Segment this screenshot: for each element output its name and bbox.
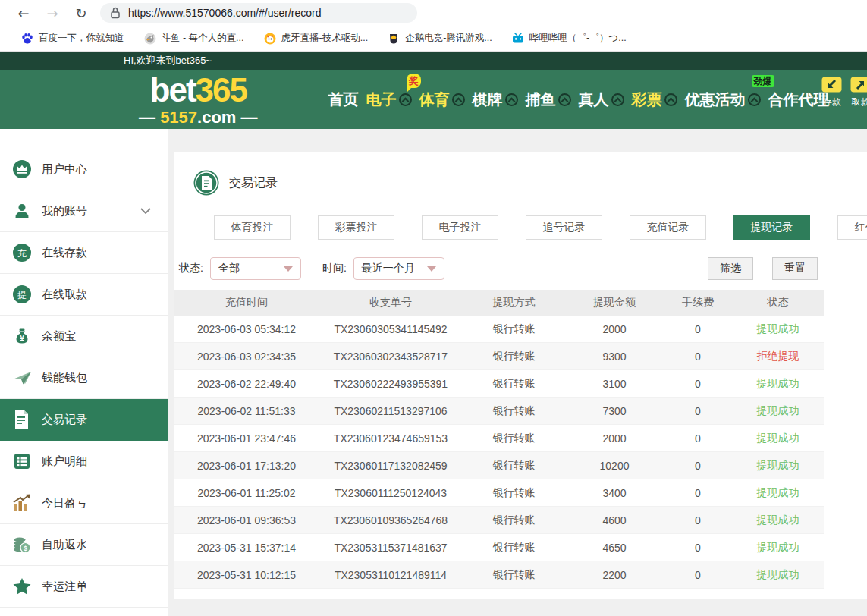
- sidebar-item[interactable]: 账户明细: [0, 441, 168, 482]
- status-text[interactable]: 提现成功: [732, 514, 824, 527]
- tab[interactable]: 追号记录: [526, 215, 602, 240]
- status-text[interactable]: 提现成功: [732, 541, 824, 555]
- column-header: 手续费: [664, 296, 732, 310]
- svg-text:充: 充: [17, 248, 27, 259]
- cell-amount: 2000: [565, 323, 664, 335]
- bookmark-label: 百度一下，你就知道: [39, 32, 124, 45]
- wallet-plane-icon: [11, 370, 32, 385]
- tab[interactable]: 提现记录: [733, 215, 810, 240]
- nav-item[interactable]: 合作代理: [768, 90, 829, 110]
- status-text[interactable]: 提现成功: [732, 322, 824, 336]
- nav-item[interactable]: 捕鱼: [526, 90, 571, 110]
- status-text[interactable]: 提现成功: [732, 377, 824, 391]
- nav-item-label: 彩票: [632, 90, 662, 110]
- svg-text:$: $: [23, 545, 27, 552]
- nav-item[interactable]: 真人: [579, 90, 624, 110]
- tab[interactable]: 充值记录: [630, 215, 706, 240]
- bookmark-label: 哔哩哔哩（゜-゜）つ...: [529, 32, 627, 45]
- bookmark-item[interactable]: 企鹅电竞-腾讯游戏...: [388, 32, 492, 45]
- tab[interactable]: 电子投注: [422, 215, 498, 240]
- withdraw-button[interactable]: 取款: [850, 76, 867, 108]
- tab[interactable]: 彩票投注: [318, 215, 394, 240]
- cell-order: TX23060222493955391: [319, 378, 463, 390]
- sidebar: 用户中心我的账号充在线存款提在线取款¥余额宝钱能钱包交易记录账户明细今日盈亏$自…: [0, 129, 168, 616]
- cell-method: 银行转账: [463, 459, 565, 473]
- status-text[interactable]: 提现成功: [732, 486, 824, 500]
- sidebar-item[interactable]: 我的账号: [0, 190, 168, 232]
- sidebar-item[interactable]: 幸运注单: [0, 566, 168, 608]
- sidebar-item[interactable]: 今日盈亏: [0, 482, 168, 524]
- sidebar-item[interactable]: $自助返水: [0, 524, 168, 566]
- chevron-down-icon: [140, 208, 151, 214]
- status-text[interactable]: 提现成功: [732, 404, 824, 418]
- site-logo[interactable]: bet365 — 5157.com —: [139, 74, 258, 126]
- user-icon: [11, 202, 32, 220]
- cell-order: TX23060109365264768: [319, 514, 463, 526]
- nav-item-label: 电子: [366, 90, 397, 110]
- nav-item[interactable]: 电子奖: [366, 90, 412, 110]
- sidebar-item-label: 在线存款: [42, 246, 87, 260]
- header-quick-actions: 存款取款: [821, 76, 867, 108]
- dropdown-arrow-icon: [284, 266, 293, 272]
- dropdown-arrow-icon: [427, 266, 436, 272]
- forward-icon[interactable]: →: [38, 5, 67, 21]
- nav-item-label: 优惠活动: [685, 90, 746, 110]
- cell-fee: 0: [664, 460, 732, 472]
- cell-method: 银行转账: [463, 322, 565, 336]
- records-table: 充值时间收支单号提现方式提现金额手续费状态 2023-06-03 05:34:1…: [174, 290, 824, 589]
- deposit-button[interactable]: 存款: [821, 76, 842, 108]
- document-icon: [11, 410, 32, 429]
- sidebar-item[interactable]: ¥余额宝: [0, 316, 168, 357]
- chevron-up-circle-icon: [399, 93, 412, 106]
- douyu-icon: [144, 33, 156, 45]
- status-dropdown[interactable]: 全部: [210, 257, 301, 280]
- bookmark-item[interactable]: 百度一下，你就知道: [21, 32, 124, 45]
- welcome-text: HI,欢迎来到bet365~: [124, 54, 212, 68]
- nav-item-label: 合作代理: [768, 90, 829, 110]
- status-text[interactable]: 拒绝提现: [732, 350, 824, 363]
- cell-order: TX23060211513297106: [319, 405, 463, 417]
- tab[interactable]: 红包记录: [837, 215, 867, 240]
- nav-item[interactable]: 体育: [419, 90, 465, 110]
- sidebar-item[interactable]: 钱能钱包: [0, 357, 168, 399]
- nav-item[interactable]: 优惠活动劲爆: [685, 90, 761, 110]
- status-text[interactable]: 提现成功: [732, 568, 824, 582]
- sidebar-item[interactable]: 充在线存款: [0, 232, 168, 274]
- back-icon[interactable]: ←: [9, 5, 38, 21]
- table-row: 2023-06-01 09:36:53TX23060109365264768银行…: [174, 507, 824, 534]
- time-dropdown[interactable]: 最近一个月: [353, 257, 444, 280]
- cell-amount: 10200: [565, 460, 664, 472]
- status-text[interactable]: 提现成功: [732, 459, 824, 473]
- column-header: 提现金额: [565, 296, 664, 310]
- sidebar-item[interactable]: 提在线取款: [0, 274, 168, 316]
- bookmark-item[interactable]: 哔哩哔哩（゜-゜）つ...: [512, 32, 627, 45]
- nav-item[interactable]: 彩票: [632, 90, 677, 110]
- cell-time: 2023-06-01 17:13:20: [174, 460, 319, 472]
- bookmark-item[interactable]: 虎牙直播-技术驱动...: [264, 32, 369, 45]
- sidebar-item-label: 钱能钱包: [42, 371, 87, 385]
- chevron-up-circle-icon: [611, 93, 624, 106]
- cell-fee: 0: [664, 542, 732, 554]
- cell-order: TX23053115371481637: [319, 542, 463, 554]
- nav-item[interactable]: 棋牌: [473, 90, 518, 110]
- nav-item[interactable]: 首页: [328, 90, 359, 110]
- table-row: 2023-06-01 23:47:46TX23060123474659153银行…: [174, 425, 824, 452]
- filter-button[interactable]: 筛选: [708, 257, 753, 280]
- chevron-up-circle-icon: [748, 93, 761, 106]
- column-header: 状态: [732, 296, 824, 310]
- sidebar-item[interactable]: 交易记录: [0, 399, 168, 441]
- chevron-up-circle-icon: [664, 93, 677, 106]
- url-text[interactable]: https://www.51570066.com/#/user/record: [128, 7, 321, 19]
- reset-button[interactable]: 重置: [772, 257, 818, 280]
- address-bar[interactable]: https://www.51570066.com/#/user/record: [100, 3, 417, 23]
- tab[interactable]: 体育投注: [214, 215, 291, 240]
- lock-icon: [110, 7, 121, 19]
- rebate-coins-icon: $: [11, 536, 32, 554]
- sidebar-item[interactable]: 用户中心: [0, 149, 168, 190]
- refresh-icon[interactable]: ↻: [67, 5, 96, 21]
- card-title-row: 交易记录: [174, 152, 867, 196]
- bookmark-item[interactable]: 斗鱼 - 每个人的直...: [144, 32, 244, 45]
- status-text[interactable]: 提现成功: [732, 432, 824, 445]
- cell-fee: 0: [664, 405, 732, 417]
- penguin-icon: [388, 33, 400, 45]
